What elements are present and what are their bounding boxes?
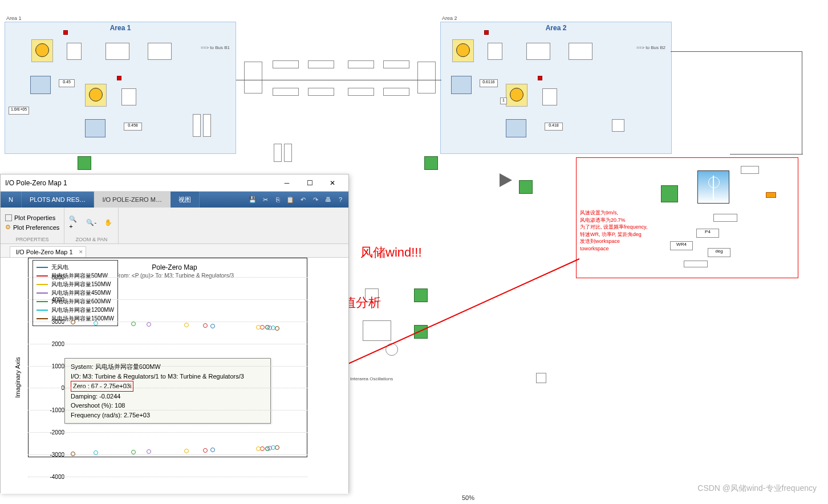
- scope-block[interactable]: [519, 180, 533, 194]
- legend[interactable]: 无风电风电场并网容量50MW风电场并网容量150MW风电场并网容量450MW风电…: [33, 260, 118, 326]
- print-icon[interactable]: 🖶: [323, 195, 332, 204]
- line-segment[interactable]: [383, 60, 409, 68]
- line-segment[interactable]: [273, 60, 299, 68]
- scope-block[interactable]: [424, 156, 438, 170]
- block[interactable]: [536, 373, 546, 383]
- zero-marker[interactable]: [210, 448, 215, 452]
- close-tab-icon[interactable]: ✕: [79, 249, 83, 255]
- scope-block[interactable]: [661, 185, 678, 202]
- controller-block[interactable]: [451, 76, 472, 94]
- titlebar[interactable]: I/O Pole-Zero Map 1 ─ ☐ ✕: [1, 174, 348, 192]
- block[interactable]: [741, 166, 759, 174]
- undo-icon[interactable]: ↶: [298, 195, 307, 204]
- zero-marker[interactable]: [131, 322, 136, 326]
- block[interactable]: [148, 43, 172, 60]
- zero-marker[interactable]: [147, 322, 151, 327]
- line-segment[interactable]: [308, 88, 334, 96]
- legend-item[interactable]: 风电场并网容量150MW: [36, 281, 114, 288]
- block[interactable]: [612, 119, 624, 132]
- zero-marker[interactable]: [131, 450, 136, 454]
- legend-item[interactable]: 风电场并网容量1200MW: [36, 306, 114, 314]
- zero-marker[interactable]: [94, 321, 98, 326]
- redo-icon[interactable]: ↷: [311, 195, 320, 204]
- legend-item[interactable]: 无风电: [36, 263, 114, 271]
- block[interactable]: [684, 261, 708, 267]
- plot-area[interactable]: Pole-Zero Map From: <P (pu)> To: M3: Tur…: [1, 258, 348, 494]
- wind-turbine-block[interactable]: [697, 170, 729, 204]
- zero-marker[interactable]: [184, 449, 189, 453]
- wr4-block[interactable]: WR4: [670, 241, 693, 250]
- zero-marker[interactable]: [203, 448, 208, 453]
- zero-marker[interactable]: [210, 324, 215, 328]
- paste-icon[interactable]: 📋: [286, 195, 295, 204]
- bus-block[interactable]: [417, 62, 436, 94]
- block[interactable]: [105, 43, 129, 60]
- block[interactable]: [569, 43, 592, 60]
- toworkspace-block[interactable]: [713, 214, 737, 222]
- zero-marker[interactable]: [256, 446, 261, 451]
- close-button[interactable]: ✕: [321, 175, 344, 191]
- minimize-button[interactable]: ─: [275, 175, 298, 191]
- ribbon-tab-polezero[interactable]: I/O POLE-ZERO M…: [94, 192, 171, 208]
- line-segment[interactable]: [348, 60, 374, 68]
- p4-block[interactable]: P4: [696, 229, 719, 238]
- scope-block[interactable]: [78, 156, 91, 170]
- block[interactable]: [121, 88, 136, 105]
- area2-box[interactable]: Area 2 Area 2 0.6116 0.418 1 ==> to Bus …: [440, 22, 672, 154]
- generator-m4[interactable]: [506, 84, 527, 107]
- zero-marker[interactable]: [184, 323, 189, 327]
- terminator-block[interactable]: [766, 192, 776, 198]
- block[interactable]: [284, 144, 292, 162]
- zero-marker[interactable]: [256, 325, 261, 330]
- line-segment[interactable]: [273, 88, 299, 96]
- zero-marker[interactable]: [203, 323, 208, 328]
- block[interactable]: [274, 144, 282, 162]
- block[interactable]: [193, 114, 201, 137]
- maximize-button[interactable]: ☐: [298, 175, 321, 191]
- block[interactable]: [542, 88, 557, 105]
- subsystem-block[interactable]: [363, 320, 391, 341]
- zero-marker[interactable]: [71, 320, 75, 324]
- bus-block[interactable]: [244, 62, 262, 94]
- area1-box[interactable]: Area 1 Area 1 0.45 1.0/E+05 0.458 ==> to…: [5, 22, 236, 154]
- line-segment[interactable]: [308, 60, 334, 68]
- pan-icon[interactable]: ✋: [103, 218, 113, 228]
- controller-block[interactable]: [30, 76, 51, 94]
- ribbon-tab-n[interactable]: N: [1, 192, 22, 208]
- block[interactable]: [203, 114, 211, 137]
- zero-marker[interactable]: [275, 326, 279, 331]
- zero-marker[interactable]: [265, 325, 270, 330]
- zoom-in-icon[interactable]: 🔍+: [69, 218, 79, 228]
- save-icon[interactable]: 💾: [248, 195, 257, 204]
- scope-block[interactable]: [414, 325, 428, 339]
- generator-m1[interactable]: [31, 39, 53, 62]
- zero-marker[interactable]: [147, 449, 151, 454]
- zoom-out-icon[interactable]: 🔍-: [86, 218, 96, 228]
- zero-marker[interactable]: [71, 452, 75, 456]
- doc-tab[interactable]: I/O Pole-Zero Map 1✕: [10, 246, 86, 257]
- plot-properties-item[interactable]: Plot Properties: [5, 214, 59, 221]
- wind-storage-area[interactable]: P4 WR4 deg 风速设置为9m/s, 风电渗透率为20.7% 为了对比, …: [576, 157, 798, 278]
- zero-marker[interactable]: [265, 446, 270, 451]
- plot-preferences-item[interactable]: ⚙Plot Preferences: [5, 223, 59, 231]
- scope-block[interactable]: [414, 288, 428, 302]
- controller-block[interactable]: [85, 119, 105, 137]
- help-icon[interactable]: ?: [336, 195, 345, 204]
- polezero-window[interactable]: I/O Pole-Zero Map 1 ─ ☐ ✕ N PLOTS AND RE…: [0, 174, 349, 493]
- cut-icon[interactable]: ✂: [261, 195, 270, 204]
- line-segment[interactable]: [383, 88, 409, 96]
- line-segment[interactable]: [348, 88, 374, 96]
- sum-block[interactable]: [385, 343, 398, 356]
- generator-m3[interactable]: [452, 39, 474, 62]
- copy-icon[interactable]: ⎘: [273, 195, 282, 204]
- zero-marker[interactable]: [94, 450, 98, 455]
- controller-block[interactable]: [506, 119, 526, 137]
- transformer-block[interactable]: [67, 43, 82, 60]
- ribbon-tab-view[interactable]: 视图: [171, 192, 200, 208]
- zero-marker[interactable]: [275, 445, 279, 450]
- generator-m2[interactable]: [85, 84, 107, 107]
- deg-block[interactable]: deg: [708, 248, 730, 257]
- ribbon-tab-plots[interactable]: PLOTS AND RES…: [22, 192, 94, 208]
- block[interactable]: [526, 43, 550, 60]
- block[interactable]: [488, 43, 502, 60]
